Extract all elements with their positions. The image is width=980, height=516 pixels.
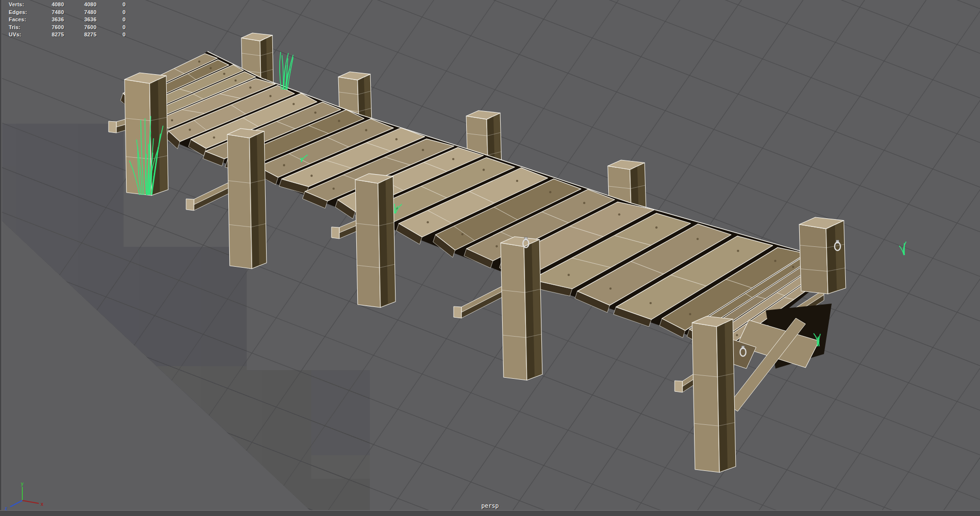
- hud-label-verts: Verts:: [0, 1, 43, 9]
- poly-count-hud: Verts: 4080 4080 0 Edges: 7480 7480 0 Fa…: [0, 1, 126, 39]
- hud-tris-total: 7600: [43, 24, 64, 32]
- hud-label-faces: Faces:: [0, 16, 43, 24]
- hud-edges-selected: 0: [96, 9, 126, 16]
- hud-faces-total: 3636: [43, 16, 64, 24]
- hud-row-faces: Faces: 3636 3636 0: [0, 16, 126, 24]
- hud-label-tris: Tris:: [0, 24, 43, 32]
- hud-uvs-total: 8275: [43, 31, 64, 39]
- hud-uvs-selected: 0: [96, 31, 126, 39]
- camera-name-label: persp: [0, 502, 980, 509]
- hud-verts-visible: 4080: [64, 1, 96, 9]
- view-axis-gizmo: y x z: [0, 480, 58, 512]
- hud-row-verts: Verts: 4080 4080 0: [0, 1, 126, 9]
- viewport-3d-scene[interactable]: [0, 0, 980, 516]
- hud-verts-total: 4080: [43, 1, 64, 9]
- hud-tris-selected: 0: [96, 24, 126, 32]
- hud-label-uvs: UVs:: [0, 31, 43, 39]
- panel-bottom-border: [0, 510, 980, 516]
- hud-row-uvs: UVs: 8275 8275 0: [0, 31, 126, 39]
- hud-row-tris: Tris: 7600 7600 0: [0, 24, 126, 32]
- axis-y-label: y: [21, 481, 24, 486]
- hud-edges-visible: 7480: [64, 9, 96, 16]
- hud-label-edges: Edges:: [0, 9, 43, 16]
- panel-left-border: [0, 0, 2, 516]
- hud-uvs-visible: 8275: [64, 31, 96, 39]
- hud-faces-selected: 0: [96, 16, 126, 24]
- maya-perspective-viewport[interactable]: Verts: 4080 4080 0 Edges: 7480 7480 0 Fa…: [0, 0, 980, 516]
- hud-row-edges: Edges: 7480 7480 0: [0, 9, 126, 16]
- axis-z-line: [10, 500, 22, 507]
- axis-x-label: x: [41, 501, 44, 507]
- hud-faces-visible: 3636: [64, 16, 96, 24]
- hud-verts-selected: 0: [96, 1, 126, 9]
- hud-edges-total: 7480: [43, 9, 64, 16]
- hud-tris-visible: 7600: [64, 24, 96, 32]
- axis-x-line: [22, 500, 39, 503]
